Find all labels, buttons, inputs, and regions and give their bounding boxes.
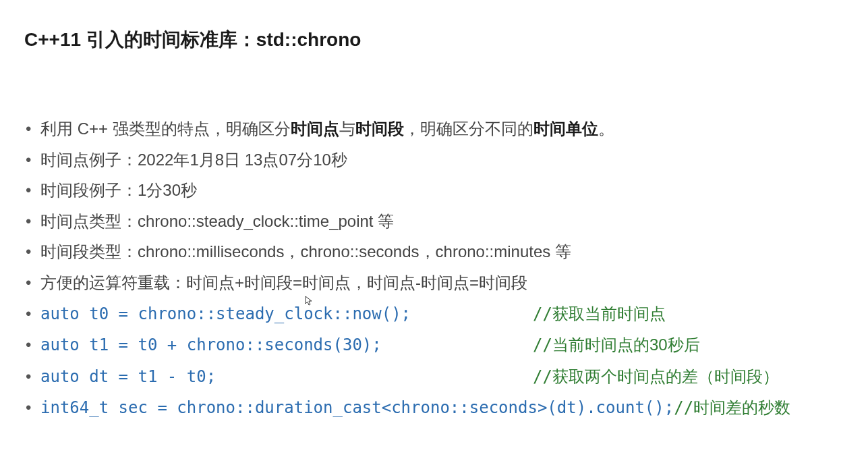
code-snippet: auto t0 = chrono::steady_clock::now(); [40,304,411,323]
bold-term-time-unit: 时间单位 [533,119,598,138]
code-comment: 当前时间点的30秒后 [552,329,700,360]
comment-slash: // [533,299,552,330]
text: 。 [598,119,614,138]
text: 利用 C++ 强类型的特点，明确区分 [40,119,291,138]
code-snippet: int64_t sec = chrono::duration_cast<chro… [40,398,674,417]
comment-slash: // [533,362,552,393]
bold-term-duration: 时间段 [355,119,404,138]
code-comment: 获取当前时间点 [552,298,666,329]
list-item: 利用 C++ 强类型的特点，明确区分时间点与时间段，明确区分不同的时间单位。 [24,113,844,144]
code-comment: 时间差的秒数 [693,392,790,423]
comment-slash: // [674,393,693,424]
list-item-code: auto t0 = chrono::steady_clock::now();//… [24,298,844,330]
bullet-list: 利用 C++ 强类型的特点，明确区分时间点与时间段，明确区分不同的时间单位。 时… [24,113,844,424]
list-item-code: int64_t sec = chrono::duration_cast<chro… [24,392,844,424]
list-item: 时间点类型：chrono::steady_clock::time_point 等 [24,206,844,237]
code-snippet: auto dt = t1 - t0; [40,367,216,386]
list-item: 时间段例子：1分30秒 [24,175,844,206]
text: ，明确区分不同的 [404,119,533,138]
bold-term-time-point: 时间点 [291,119,339,138]
comment-slash: // [533,330,552,361]
list-item: 方便的运算符重载：时间点+时间段=时间点，时间点-时间点=时间段 [24,267,844,298]
list-item: 时间段类型：chrono::milliseconds，chrono::secon… [24,236,844,267]
code-comment: 获取两个时间点的差（时间段） [552,361,779,392]
text: 与 [339,119,355,138]
list-item-code: auto t1 = t0 + chrono::seconds(30);// 当前… [24,329,844,361]
code-snippet: auto t1 = t0 + chrono::seconds(30); [40,335,382,354]
slide-title: C++11 引入的时间标准库：std::chrono [24,27,844,53]
list-item: 时间点例子：2022年1月8日 13点07分10秒 [24,144,844,176]
list-item-code: auto dt = t1 - t0;// 获取两个时间点的差（时间段） [24,361,844,393]
